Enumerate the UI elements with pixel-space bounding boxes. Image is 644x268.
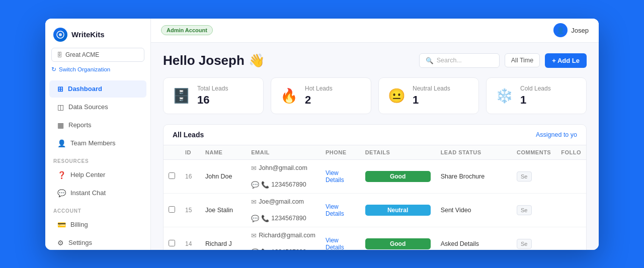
col-checkbox <box>164 145 180 160</box>
admin-badge: Admin Account <box>161 25 213 35</box>
sidebar-item-settings[interactable]: ⚙ Settings <box>49 234 146 250</box>
time-filter-dropdown[interactable]: All Time <box>505 53 540 67</box>
hot-leads-label: Hot Leads <box>305 85 333 92</box>
assigned-link[interactable]: Assigned to yo <box>536 131 577 138</box>
row-id: 14 <box>180 227 200 250</box>
help-icon: ❓ <box>57 171 66 179</box>
cold-leads-label: Cold Leads <box>520 85 551 92</box>
row-checkbox[interactable] <box>164 227 180 250</box>
svg-point-1 <box>59 33 62 36</box>
table-row: 16 John Doe ✉ John@gmail.com 💬 📞 1234567… <box>164 159 586 193</box>
row-follow[interactable]: Se <box>512 159 556 193</box>
stat-card-hot-leads: 🔥 Hot Leads 2 <box>271 77 371 114</box>
org-selector[interactable]: 🗄 Great ACME <box>51 48 144 62</box>
row-details[interactable]: View Details <box>320 159 360 193</box>
row-id: 16 <box>180 159 200 193</box>
neutral-leads-value: 1 <box>413 94 450 107</box>
stat-info-cold: Cold Leads 1 <box>520 85 551 107</box>
row-status: Neutral <box>360 193 436 227</box>
phone-icon: 📞 <box>261 181 269 189</box>
neutral-leads-label: Neutral Leads <box>413 85 450 92</box>
row-details[interactable]: View Details <box>320 193 360 227</box>
add-lead-button[interactable]: + Add Le <box>545 53 587 68</box>
cold-leads-value: 1 <box>520 94 551 107</box>
row-status: Good <box>360 159 436 193</box>
search-placeholder: Search... <box>437 57 462 64</box>
sidebar-item-data-sources[interactable]: ◫ Data Sources <box>49 99 146 116</box>
row-phone: 💬 📞 1234567890 <box>246 244 320 250</box>
stat-card-neutral-leads: 😐 Neutral Leads 1 <box>378 77 479 114</box>
db-icon: 🗄 <box>57 52 62 58</box>
search-box[interactable]: 🔍 Search... <box>419 53 500 68</box>
col-name: NAME <box>200 145 246 160</box>
sidebar-item-instant-chat[interactable]: 💬 Instant Chat <box>49 185 146 202</box>
sidebar-item-reports[interactable]: ▦ Reports <box>49 117 146 134</box>
hot-leads-icon: 🔥 <box>280 87 298 104</box>
row-status: Good <box>360 227 436 250</box>
view-details-link[interactable]: View Details <box>326 203 344 217</box>
leads-table: ID NAME EMAIL PHONE DETAILS LEAD STATUS … <box>164 145 586 250</box>
email-icon: ✉ <box>251 164 257 172</box>
email-icon: ✉ <box>251 198 257 206</box>
row-comments: Sent Video <box>436 193 512 227</box>
view-details-link[interactable]: View Details <box>326 169 344 184</box>
phone-icon: 📞 <box>261 248 269 250</box>
row-checkbox[interactable] <box>164 193 180 227</box>
logo-icon <box>53 28 67 42</box>
user-info: 👤 Josep <box>553 23 589 37</box>
search-icon: 🔍 <box>426 57 434 64</box>
settings-icon: ⚙ <box>57 239 64 247</box>
page-header: Hello Joseph 👋 🔍 Search... All Time + Ad… <box>163 53 587 68</box>
account-label: ACCOUNT <box>45 202 150 216</box>
row-details[interactable]: View Details <box>320 227 360 250</box>
row-follow[interactable]: Se <box>512 227 556 250</box>
row-phone: 💬 📞 1234567890 <box>246 210 320 227</box>
col-id: ID <box>180 145 200 160</box>
whatsapp-icon: 💬 <box>251 181 259 189</box>
page-body: Hello Joseph 👋 🔍 Search... All Time + Ad… <box>151 43 599 250</box>
hot-leads-value: 2 <box>305 94 333 107</box>
row-comments: Asked Details <box>436 227 512 250</box>
leads-section: All Leads Assigned to yo ID NAME EMAIL P… <box>163 124 587 250</box>
cold-leads-icon: ❄️ <box>496 87 513 104</box>
status-badge: Good <box>365 171 431 182</box>
status-badge: Neutral <box>365 205 431 216</box>
row-follow[interactable]: Se <box>512 193 556 227</box>
row-id: 15 <box>180 193 200 227</box>
sidebar-item-dashboard[interactable]: ⊞ Dashboard <box>49 80 146 98</box>
logo: WriteKits <box>45 19 150 48</box>
sidebar-item-help-center[interactable]: ❓ Help Center <box>49 166 146 184</box>
status-badge: Good <box>365 238 431 249</box>
table-row: 15 Joe Stalin ✉ Joe@gmail.com 💬 📞 123456… <box>164 193 586 227</box>
follow-button[interactable]: Se <box>517 239 531 249</box>
follow-button[interactable]: Se <box>517 205 531 215</box>
switch-org-link[interactable]: ↻ Switch Organization <box>51 66 144 73</box>
logo-text: WriteKits <box>71 30 105 39</box>
org-name: Great ACME <box>65 51 99 58</box>
page-title: Hello Joseph 👋 <box>163 53 265 68</box>
header-actions: 🔍 Search... All Time + Add Le <box>419 53 587 68</box>
billing-icon: 💳 <box>57 221 66 229</box>
row-email: ✉ Richard@gmail.com <box>246 227 320 244</box>
stat-info-neutral: Neutral Leads 1 <box>413 85 450 107</box>
dashboard-icon: ⊞ <box>57 85 63 93</box>
view-details-link[interactable]: View Details <box>326 237 344 250</box>
greeting-emoji: 👋 <box>249 53 265 68</box>
email-icon: ✉ <box>251 232 257 239</box>
col-follow: FOLLO <box>556 145 586 160</box>
col-phone: PHONE <box>320 145 360 160</box>
row-checkbox[interactable] <box>164 159 180 193</box>
neutral-leads-icon: 😐 <box>388 87 406 104</box>
row-comments: Share Brochure <box>436 159 512 193</box>
follow-button[interactable]: Se <box>517 171 531 182</box>
sidebar-item-billing[interactable]: 💳 Billing <box>49 216 146 233</box>
total-leads-label: Total Leads <box>197 85 228 92</box>
chat-icon: 💬 <box>57 189 66 197</box>
whatsapp-icon: 💬 <box>251 248 259 250</box>
stat-card-total-leads: 🗄️ Total Leads 16 <box>163 77 264 114</box>
reports-icon: ▦ <box>57 121 64 129</box>
sidebar-item-team-members[interactable]: 👤 Team Members <box>49 135 146 152</box>
col-lead-status: LEAD STATUS <box>436 145 512 160</box>
row-name: John Doe <box>200 159 246 193</box>
sidebar: WriteKits 🗄 Great ACME ↻ Switch Organiza… <box>45 19 151 250</box>
